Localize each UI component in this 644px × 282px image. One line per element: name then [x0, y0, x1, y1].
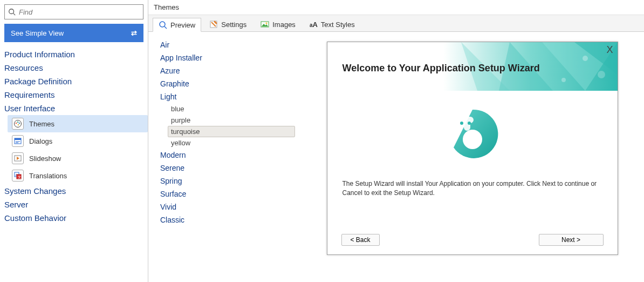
nav-resources[interactable]: Resources	[0, 61, 148, 75]
tab-label: Settings	[221, 21, 246, 29]
nav-server[interactable]: Server	[0, 198, 148, 211]
svg-point-4	[17, 122, 19, 123]
wizard-logo	[446, 107, 499, 161]
theme-serene[interactable]: Serene	[160, 162, 305, 174]
wizard-title: Welcome to Your Application Setup Wizard	[342, 63, 540, 74]
wizard-body-text: The Setup Wizard will install Your Appli…	[342, 179, 602, 198]
tab-label: Text Styles	[321, 21, 355, 29]
sidebar-item-slideshow[interactable]: Slideshow	[8, 150, 148, 167]
svg-point-6	[18, 124, 19, 126]
sidebar-item-dialogs[interactable]: Dialogs	[8, 132, 148, 150]
variant-blue[interactable]: blue	[168, 103, 295, 115]
sidebar: See Simple View ⇄ Product Information Re…	[0, 0, 148, 282]
svg-point-31	[460, 122, 463, 125]
theme-list: Air App Installer Azure Graphite Light b…	[148, 32, 310, 282]
theme-spring[interactable]: Spring	[160, 174, 305, 187]
theme-classic[interactable]: Classic	[160, 213, 305, 226]
images-icon	[261, 20, 269, 29]
svg-point-28	[598, 71, 605, 78]
theme-light[interactable]: Light	[160, 90, 305, 103]
see-simple-view-button[interactable]: See Simple View ⇄	[4, 24, 143, 42]
tab-bar: Preview Settings Images aA Text Styles	[148, 15, 644, 32]
theme-modern[interactable]: Modern	[160, 149, 305, 162]
tab-label: Preview	[170, 21, 195, 29]
translate-icon: A文	[12, 170, 24, 182]
tab-settings[interactable]: Settings	[203, 17, 252, 31]
nav-custom-behavior[interactable]: Custom Behavior	[0, 211, 148, 225]
svg-point-5	[19, 123, 20, 124]
svg-point-29	[561, 78, 566, 82]
settings-icon	[209, 20, 218, 29]
variant-yellow[interactable]: yellow	[168, 137, 295, 149]
sidebar-item-label: Slideshow	[29, 155, 61, 163]
sidebar-item-themes[interactable]: Themes	[8, 115, 148, 132]
tab-images[interactable]: Images	[255, 17, 302, 31]
main-panel: Themes Preview Settings Images aA Text S…	[148, 0, 644, 282]
svg-point-30	[463, 130, 482, 149]
search-input[interactable]	[19, 8, 140, 16]
sidebar-item-translations[interactable]: A文 Translations	[8, 167, 148, 184]
svg-text:文: 文	[18, 175, 21, 179]
svg-point-32	[468, 122, 471, 125]
svg-point-27	[583, 56, 588, 61]
sidebar-item-label: Themes	[29, 120, 54, 128]
theme-surface[interactable]: Surface	[160, 187, 305, 200]
preview-area: X Welcome to Your Application Setup Wiza…	[310, 32, 644, 282]
text-styles-icon: aA	[310, 21, 318, 29]
svg-line-18	[165, 26, 167, 29]
theme-azure[interactable]: Azure	[160, 64, 305, 77]
nav-system-changes[interactable]: System Changes	[0, 184, 148, 198]
svg-line-1	[13, 14, 16, 16]
variant-purple[interactable]: purple	[168, 115, 295, 126]
sidebar-item-label: Translations	[29, 172, 67, 180]
wizard-header: X Welcome to Your Application Setup Wiza…	[327, 42, 618, 91]
page-title: Themes	[148, 0, 644, 15]
tab-text-styles[interactable]: aA Text Styles	[304, 18, 361, 31]
nav-product-information[interactable]: Product Information	[0, 48, 148, 61]
nav-requirements[interactable]: Requirements	[0, 88, 148, 102]
dialog-icon	[12, 135, 24, 147]
theme-app-installer[interactable]: App Installer	[160, 51, 305, 64]
swap-icon: ⇄	[131, 29, 137, 37]
variant-turquoise[interactable]: turquoise	[168, 126, 295, 137]
theme-graphite[interactable]: Graphite	[160, 77, 305, 90]
wizard-window: X Welcome to Your Application Setup Wiza…	[327, 42, 618, 255]
sidebar-item-label: Dialogs	[29, 137, 52, 145]
svg-point-2	[15, 120, 22, 127]
svg-point-3	[16, 123, 17, 124]
preview-icon	[159, 21, 167, 29]
tab-preview[interactable]: Preview	[153, 18, 201, 32]
svg-rect-8	[15, 138, 21, 140]
nav-user-interface[interactable]: User Interface	[0, 102, 148, 115]
svg-point-17	[160, 22, 165, 27]
close-icon[interactable]: X	[606, 44, 613, 56]
search-icon	[8, 8, 16, 16]
theme-air[interactable]: Air	[160, 38, 305, 51]
palette-icon	[12, 118, 24, 130]
slideshow-icon	[12, 152, 24, 164]
search-input-wrap[interactable]	[4, 4, 143, 19]
tab-label: Images	[272, 21, 296, 29]
back-button[interactable]: < Back	[341, 234, 380, 246]
nav-package-definition[interactable]: Package Definition	[0, 75, 148, 88]
svg-point-0	[9, 9, 14, 14]
theme-vivid[interactable]: Vivid	[160, 200, 305, 213]
simple-view-label: See Simple View	[11, 29, 64, 37]
next-button[interactable]: Next >	[539, 234, 604, 246]
svg-point-22	[266, 23, 268, 24]
